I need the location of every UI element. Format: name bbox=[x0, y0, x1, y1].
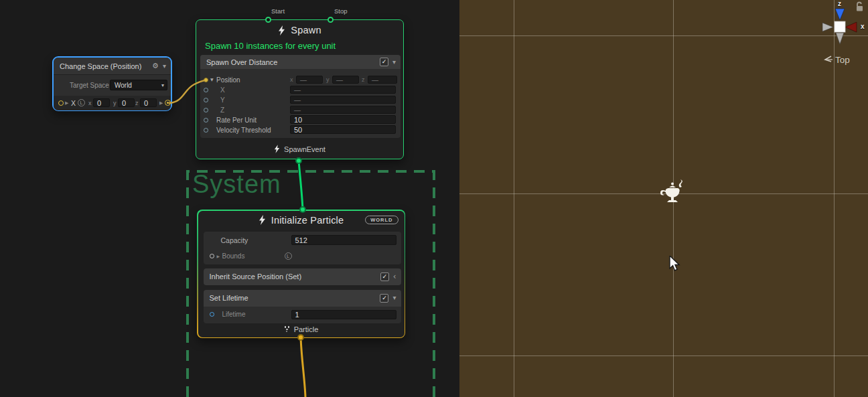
bounds-label: Bounds bbox=[222, 252, 245, 260]
spawn-output-flow-port[interactable] bbox=[295, 157, 302, 164]
triangle-right-icon: ▶ bbox=[159, 101, 163, 106]
particle-dots-icon bbox=[284, 326, 290, 332]
position-label: Position bbox=[216, 76, 240, 84]
unlock-icon[interactable] bbox=[855, 1, 865, 11]
gear-icon[interactable]: ⚙ bbox=[152, 62, 159, 70]
space-toggle-icon[interactable]: L bbox=[285, 252, 292, 260]
y-label: Y bbox=[220, 96, 225, 104]
lifetime-field[interactable]: 1 bbox=[291, 310, 396, 319]
spawn-over-distance-block[interactable]: Spawn Over Distance ✓ ▾ ▼ Position x — y… bbox=[200, 55, 401, 138]
set-lifetime-block[interactable]: Set Lifetime ✓ ▾ Lifetime 1 bbox=[204, 290, 401, 323]
rate-per-unit-label: Rate Per Unit bbox=[216, 116, 257, 124]
capacity-field[interactable]: 512 bbox=[291, 235, 396, 245]
position-z-row: Z — bbox=[200, 105, 401, 115]
space-toggle-icon[interactable]: L bbox=[78, 99, 85, 106]
gizmo-neg-x-cone bbox=[822, 23, 833, 31]
check-icon: ✓ bbox=[382, 295, 387, 301]
inherit-source-position-block[interactable]: Inherit Source Position (Set) ✓ ‹ bbox=[204, 268, 401, 285]
system-group-label: System bbox=[192, 170, 281, 199]
y-port[interactable] bbox=[204, 98, 208, 102]
target-space-dropdown[interactable]: World ▾ bbox=[110, 80, 167, 90]
expander-down-icon[interactable]: ▼ bbox=[210, 77, 214, 82]
z-port[interactable] bbox=[204, 108, 208, 112]
view-orientation-label[interactable]: Top bbox=[835, 55, 850, 65]
dropdown-arrow-icon: ▾ bbox=[161, 82, 167, 88]
position-y-field[interactable]: — bbox=[332, 76, 359, 84]
spawn-node-subtitle: Spawn 10 instances for every unit bbox=[205, 41, 336, 51]
position-z-mini-label: z bbox=[362, 76, 365, 83]
edge-initialize-to-update bbox=[301, 337, 305, 397]
x-port[interactable] bbox=[204, 88, 208, 92]
spawn-node[interactable]: Spawn Spawn 10 instances for every unit … bbox=[196, 19, 404, 159]
change-space-input-port[interactable] bbox=[58, 100, 64, 106]
y-value-field[interactable]: 0 bbox=[118, 98, 135, 107]
x-value-field[interactable]: 0 bbox=[93, 98, 110, 107]
lifetime-port[interactable] bbox=[210, 312, 214, 317]
velocity-threshold-port[interactable] bbox=[204, 128, 208, 133]
grid-line bbox=[459, 355, 868, 356]
x-label: X bbox=[220, 86, 225, 94]
position-z-field[interactable]: — bbox=[368, 76, 397, 84]
spawn-over-distance-enabled-checkbox[interactable]: ✓ bbox=[380, 58, 388, 66]
grid-line bbox=[834, 0, 835, 397]
lightning-icon bbox=[278, 25, 285, 35]
gizmo-z-label: z bbox=[838, 0, 841, 7]
z-value-field[interactable]: 0 bbox=[140, 98, 157, 107]
spawn-start-port[interactable] bbox=[265, 17, 271, 23]
capacity-label: Capacity bbox=[221, 236, 248, 244]
gizmo-neg-z-cone bbox=[836, 33, 844, 44]
graph-canvas[interactable]: System Start Stop Spawn Spawn 10 instanc… bbox=[0, 0, 459, 397]
mouse-cursor bbox=[669, 256, 681, 273]
z-field[interactable]: — bbox=[290, 106, 396, 114]
set-lifetime-enabled-checkbox[interactable]: ✓ bbox=[380, 294, 388, 303]
position-x-field[interactable]: — bbox=[296, 76, 323, 84]
initialize-particle-node[interactable]: Initialize Particle WORLD Capacity 512 ▶… bbox=[197, 210, 405, 338]
position-x-mini-label: x bbox=[290, 76, 293, 83]
spawn-event-label: SpawnEvent bbox=[284, 145, 326, 153]
gizmo-z-cone bbox=[835, 9, 845, 20]
world-space-badge[interactable]: WORLD bbox=[365, 216, 398, 224]
position-row: ▼ Position x — y — z — bbox=[200, 75, 401, 85]
vfx-lamp-icon[interactable] bbox=[658, 179, 689, 208]
target-space-label: Target Space bbox=[70, 82, 109, 89]
scene-view[interactable]: z x Top bbox=[459, 0, 868, 397]
grid-line bbox=[459, 35, 868, 36]
grid-line bbox=[514, 0, 514, 397]
chevron-down-icon[interactable]: ▾ bbox=[392, 295, 396, 301]
chevron-down-icon[interactable]: ▾ bbox=[163, 63, 166, 70]
bounds-port[interactable] bbox=[210, 254, 214, 258]
initialize-settings-block: Capacity 512 ▶ Bounds L bbox=[204, 232, 401, 264]
spawn-stop-port-label: Stop bbox=[334, 7, 348, 15]
change-space-node[interactable]: Change Space (Position) ⚙ ▾ Target Space… bbox=[52, 56, 172, 111]
spawn-over-distance-title: Spawn Over Distance bbox=[200, 58, 380, 66]
initialize-output-flow-port[interactable] bbox=[297, 334, 304, 341]
gizmo-x-cone bbox=[845, 22, 857, 32]
x-field[interactable]: — bbox=[290, 86, 396, 94]
position-x-row: X — bbox=[200, 85, 401, 95]
velocity-threshold-field[interactable]: 50 bbox=[290, 125, 396, 134]
z-label: Z bbox=[220, 106, 224, 114]
initialize-input-flow-port[interactable] bbox=[299, 206, 306, 213]
target-space-value: World bbox=[111, 82, 161, 89]
view-axis-arrow-icon[interactable] bbox=[823, 55, 834, 64]
rate-per-unit-field[interactable]: 10 bbox=[290, 115, 396, 124]
gizmo-center-cube bbox=[835, 21, 845, 32]
lightning-icon bbox=[259, 215, 266, 225]
triangle-right-icon: ▶ bbox=[65, 101, 68, 106]
spawn-stop-port[interactable] bbox=[328, 17, 334, 23]
rate-per-unit-port[interactable] bbox=[204, 118, 208, 123]
change-space-output-port[interactable] bbox=[165, 100, 171, 106]
check-icon: ✓ bbox=[382, 274, 387, 280]
y-field[interactable]: — bbox=[290, 96, 396, 104]
position-y-row: Y — bbox=[200, 95, 401, 105]
position-port[interactable] bbox=[204, 78, 208, 82]
chevron-left-icon[interactable]: ‹ bbox=[393, 272, 396, 281]
x-mini-label: x bbox=[88, 100, 92, 106]
vfx-graph-window: System Start Stop Spawn Spawn 10 instanc… bbox=[0, 0, 868, 397]
chevron-down-icon[interactable]: ▾ bbox=[392, 59, 396, 66]
lifetime-label: Lifetime bbox=[222, 311, 246, 318]
change-space-title: Change Space (Position) bbox=[54, 62, 152, 70]
triangle-right-icon[interactable]: ▶ bbox=[217, 254, 220, 258]
inherit-enabled-checkbox[interactable]: ✓ bbox=[380, 272, 389, 281]
change-space-input-label: X bbox=[71, 99, 76, 107]
